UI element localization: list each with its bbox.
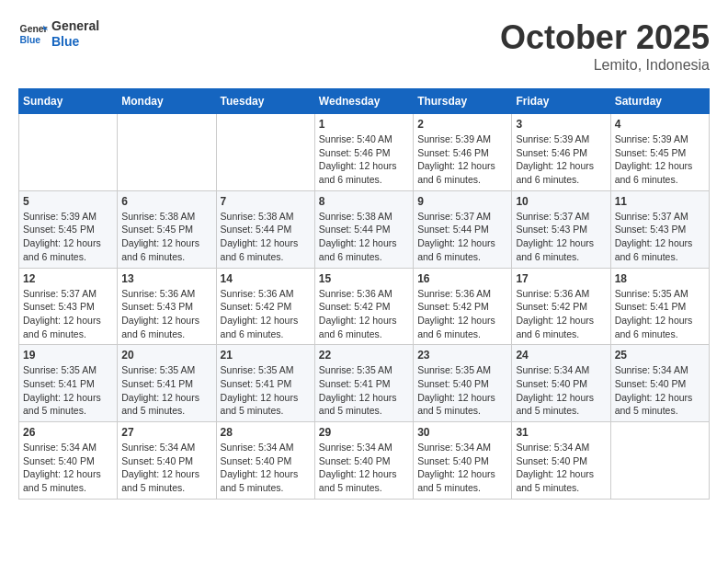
page-header: General Blue General Blue October 2025 L…	[18, 18, 710, 74]
month-title: October 2025	[500, 18, 710, 57]
weekday-header-friday: Friday	[512, 89, 610, 114]
calendar-cell: 7Sunrise: 5:38 AM Sunset: 5:44 PM Daylig…	[216, 190, 314, 268]
logo-blue-text: Blue	[51, 34, 99, 50]
calendar-cell: 25Sunrise: 5:34 AM Sunset: 5:40 PM Dayli…	[610, 345, 709, 422]
calendar-header-row: SundayMondayTuesdayWednesdayThursdayFrid…	[19, 89, 710, 114]
calendar-cell: 28Sunrise: 5:34 AM Sunset: 5:40 PM Dayli…	[216, 422, 314, 500]
day-info: Sunrise: 5:34 AM Sunset: 5:40 PM Dayligh…	[23, 441, 113, 495]
day-info: Sunrise: 5:35 AM Sunset: 5:40 PM Dayligh…	[417, 363, 507, 418]
day-number: 13	[121, 272, 211, 285]
calendar-cell: 12Sunrise: 5:37 AM Sunset: 5:43 PM Dayli…	[19, 268, 118, 345]
calendar-cell: 18Sunrise: 5:35 AM Sunset: 5:41 PM Dayli…	[610, 268, 709, 345]
day-number: 8	[319, 195, 409, 208]
calendar-cell: 29Sunrise: 5:34 AM Sunset: 5:40 PM Dayli…	[314, 422, 413, 500]
day-number: 30	[417, 426, 507, 439]
day-info: Sunrise: 5:39 AM Sunset: 5:45 PM Dayligh…	[23, 210, 113, 264]
day-info: Sunrise: 5:34 AM Sunset: 5:40 PM Dayligh…	[615, 363, 705, 418]
calendar-cell: 15Sunrise: 5:36 AM Sunset: 5:42 PM Dayli…	[314, 268, 413, 345]
day-number: 3	[516, 118, 606, 131]
logo-icon: General Blue	[18, 19, 48, 49]
weekday-header-tuesday: Tuesday	[216, 89, 314, 114]
day-number: 5	[23, 195, 113, 208]
day-number: 14	[221, 272, 311, 285]
calendar-cell: 26Sunrise: 5:34 AM Sunset: 5:40 PM Dayli…	[19, 422, 118, 500]
day-number: 29	[319, 426, 409, 439]
day-number: 31	[516, 426, 606, 439]
day-info: Sunrise: 5:35 AM Sunset: 5:41 PM Dayligh…	[121, 363, 211, 418]
day-number: 7	[221, 195, 311, 208]
day-info: Sunrise: 5:36 AM Sunset: 5:42 PM Dayligh…	[417, 287, 507, 341]
calendar-cell: 9Sunrise: 5:37 AM Sunset: 5:44 PM Daylig…	[414, 190, 512, 268]
calendar-cell: 10Sunrise: 5:37 AM Sunset: 5:43 PM Dayli…	[512, 190, 610, 268]
calendar-cell: 13Sunrise: 5:36 AM Sunset: 5:43 PM Dayli…	[118, 268, 216, 345]
day-number: 16	[417, 272, 507, 285]
day-info: Sunrise: 5:37 AM Sunset: 5:43 PM Dayligh…	[615, 210, 705, 264]
day-number: 19	[23, 349, 113, 362]
calendar-cell: 30Sunrise: 5:34 AM Sunset: 5:40 PM Dayli…	[414, 422, 512, 500]
day-info: Sunrise: 5:35 AM Sunset: 5:41 PM Dayligh…	[319, 363, 409, 418]
calendar-week-row: 19Sunrise: 5:35 AM Sunset: 5:41 PM Dayli…	[19, 345, 710, 422]
day-number: 10	[516, 195, 606, 208]
calendar-cell: 1Sunrise: 5:40 AM Sunset: 5:46 PM Daylig…	[314, 114, 413, 191]
day-number: 2	[417, 118, 507, 131]
title-block: October 2025 Lemito, Indonesia	[500, 18, 710, 74]
calendar-table: SundayMondayTuesdayWednesdayThursdayFrid…	[18, 88, 710, 500]
calendar-cell: 5Sunrise: 5:39 AM Sunset: 5:45 PM Daylig…	[19, 190, 118, 268]
day-info: Sunrise: 5:37 AM Sunset: 5:43 PM Dayligh…	[516, 210, 606, 264]
day-info: Sunrise: 5:34 AM Sunset: 5:40 PM Dayligh…	[319, 441, 409, 495]
calendar-cell: 22Sunrise: 5:35 AM Sunset: 5:41 PM Dayli…	[314, 345, 413, 422]
day-info: Sunrise: 5:38 AM Sunset: 5:44 PM Dayligh…	[221, 210, 311, 264]
calendar-cell: 14Sunrise: 5:36 AM Sunset: 5:42 PM Dayli…	[216, 268, 314, 345]
calendar-cell: 21Sunrise: 5:35 AM Sunset: 5:41 PM Dayli…	[216, 345, 314, 422]
day-number: 20	[121, 349, 211, 362]
calendar-week-row: 1Sunrise: 5:40 AM Sunset: 5:46 PM Daylig…	[19, 114, 710, 191]
day-number: 25	[615, 349, 705, 362]
day-info: Sunrise: 5:40 AM Sunset: 5:46 PM Dayligh…	[319, 132, 409, 187]
day-info: Sunrise: 5:34 AM Sunset: 5:40 PM Dayligh…	[221, 441, 311, 495]
day-info: Sunrise: 5:35 AM Sunset: 5:41 PM Dayligh…	[23, 363, 113, 418]
calendar-cell: 2Sunrise: 5:39 AM Sunset: 5:46 PM Daylig…	[414, 114, 512, 191]
calendar-week-row: 12Sunrise: 5:37 AM Sunset: 5:43 PM Dayli…	[19, 268, 710, 345]
day-number: 15	[319, 272, 409, 285]
calendar-cell: 6Sunrise: 5:38 AM Sunset: 5:45 PM Daylig…	[118, 190, 216, 268]
calendar-cell: 8Sunrise: 5:38 AM Sunset: 5:44 PM Daylig…	[314, 190, 413, 268]
weekday-header-saturday: Saturday	[610, 89, 709, 114]
day-number: 11	[615, 195, 705, 208]
weekday-header-wednesday: Wednesday	[314, 89, 413, 114]
day-info: Sunrise: 5:39 AM Sunset: 5:45 PM Dayligh…	[615, 132, 705, 187]
day-number: 17	[516, 272, 606, 285]
day-info: Sunrise: 5:34 AM Sunset: 5:40 PM Dayligh…	[516, 363, 606, 418]
calendar-cell: 24Sunrise: 5:34 AM Sunset: 5:40 PM Dayli…	[512, 345, 610, 422]
svg-text:Blue: Blue	[20, 34, 41, 44]
calendar-cell: 23Sunrise: 5:35 AM Sunset: 5:40 PM Dayli…	[414, 345, 512, 422]
day-info: Sunrise: 5:36 AM Sunset: 5:42 PM Dayligh…	[516, 287, 606, 341]
calendar-cell: 4Sunrise: 5:39 AM Sunset: 5:45 PM Daylig…	[610, 114, 709, 191]
weekday-header-thursday: Thursday	[414, 89, 512, 114]
day-info: Sunrise: 5:39 AM Sunset: 5:46 PM Dayligh…	[516, 132, 606, 187]
day-info: Sunrise: 5:37 AM Sunset: 5:43 PM Dayligh…	[23, 287, 113, 341]
day-number: 9	[417, 195, 507, 208]
day-info: Sunrise: 5:34 AM Sunset: 5:40 PM Dayligh…	[417, 441, 507, 495]
day-info: Sunrise: 5:35 AM Sunset: 5:41 PM Dayligh…	[615, 287, 705, 341]
calendar-cell	[118, 114, 216, 191]
day-info: Sunrise: 5:38 AM Sunset: 5:45 PM Dayligh…	[121, 210, 211, 264]
day-info: Sunrise: 5:36 AM Sunset: 5:42 PM Dayligh…	[221, 287, 311, 341]
day-info: Sunrise: 5:34 AM Sunset: 5:40 PM Dayligh…	[516, 441, 606, 495]
weekday-header-monday: Monday	[118, 89, 216, 114]
day-info: Sunrise: 5:35 AM Sunset: 5:41 PM Dayligh…	[221, 363, 311, 418]
day-number: 1	[319, 118, 409, 131]
calendar-cell: 17Sunrise: 5:36 AM Sunset: 5:42 PM Dayli…	[512, 268, 610, 345]
day-number: 6	[121, 195, 211, 208]
day-info: Sunrise: 5:36 AM Sunset: 5:42 PM Dayligh…	[319, 287, 409, 341]
calendar-week-row: 26Sunrise: 5:34 AM Sunset: 5:40 PM Dayli…	[19, 422, 710, 500]
day-number: 24	[516, 349, 606, 362]
day-number: 18	[615, 272, 705, 285]
calendar-cell: 16Sunrise: 5:36 AM Sunset: 5:42 PM Dayli…	[414, 268, 512, 345]
weekday-header-sunday: Sunday	[19, 89, 118, 114]
day-number: 27	[121, 426, 211, 439]
calendar-cell: 20Sunrise: 5:35 AM Sunset: 5:41 PM Dayli…	[118, 345, 216, 422]
logo-general-text: General	[51, 18, 99, 34]
day-info: Sunrise: 5:34 AM Sunset: 5:40 PM Dayligh…	[121, 441, 211, 495]
day-number: 21	[221, 349, 311, 362]
calendar-cell	[19, 114, 118, 191]
